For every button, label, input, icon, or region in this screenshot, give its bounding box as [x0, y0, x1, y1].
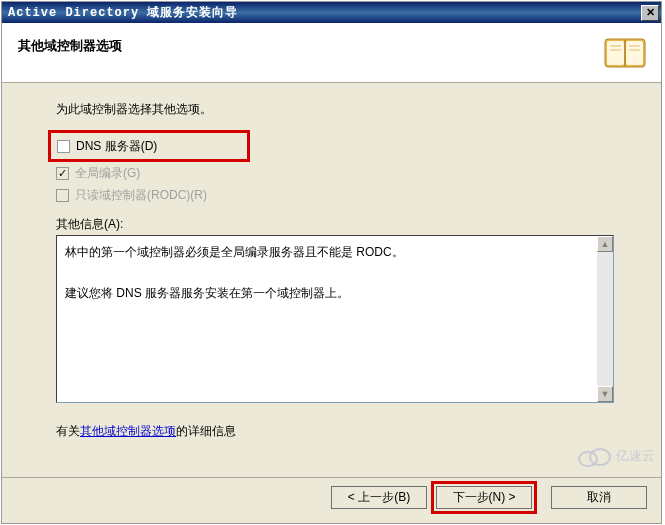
checkbox-rodc: 只读域控制器(RODC)(R) [56, 184, 627, 206]
svg-point-8 [579, 452, 597, 466]
checkbox-rodc-label: 只读域控制器(RODC)(R) [75, 187, 207, 204]
wizard-body: 为此域控制器选择其他选项。 DNS 服务器(D) ✓ 全局编录(G) 只读域控制… [2, 83, 661, 440]
svg-point-9 [590, 449, 610, 465]
options-group: DNS 服务器(D) ✓ 全局编录(G) 只读域控制器(RODC)(R) [56, 130, 627, 206]
footer-prefix: 有关 [56, 424, 80, 438]
cancel-button[interactable]: 取消 [551, 486, 647, 509]
scrollbar[interactable]: ▲ ▼ [597, 236, 613, 402]
next-button[interactable]: 下一步(N) > [436, 486, 532, 509]
dns-highlight: DNS 服务器(D) [48, 130, 250, 162]
checkbox-gc-label: 全局编录(G) [75, 165, 140, 182]
wizard-window: Active Directory 域服务安装向导 ✕ 其他域控制器选项 为此域控… [1, 1, 662, 524]
checkbox-dns-label: DNS 服务器(D) [76, 138, 157, 155]
next-highlight: 下一步(N) > [431, 481, 537, 514]
watermark: 亿速云 [576, 445, 655, 467]
svg-rect-1 [607, 41, 624, 65]
checkbox-box-icon[interactable] [57, 140, 70, 153]
book-icon [603, 31, 647, 75]
scroll-up-icon[interactable]: ▲ [597, 236, 613, 252]
checkbox-gc: ✓ 全局编录(G) [56, 162, 627, 184]
back-button[interactable]: < 上一步(B) [331, 486, 427, 509]
titlebar[interactable]: Active Directory 域服务安装向导 ✕ [2, 2, 661, 23]
info-line-1: 林中的第一个域控制器必须是全局编录服务器且不能是 RODC。 [65, 242, 589, 262]
footer-link[interactable]: 其他域控制器选项 [80, 424, 176, 438]
info-line-2: 建议您将 DNS 服务器服务安装在第一个域控制器上。 [65, 283, 589, 303]
window-title: Active Directory 域服务安装向导 [8, 4, 641, 21]
checkbox-box-icon [56, 189, 69, 202]
footer-suffix: 的详细信息 [176, 424, 236, 438]
page-title: 其他域控制器选项 [18, 37, 122, 55]
wizard-header: 其他域控制器选项 [2, 23, 661, 83]
watermark-text: 亿速云 [616, 447, 655, 465]
info-label: 其他信息(A): [56, 216, 627, 233]
cloud-icon [576, 445, 612, 467]
button-bar: < 上一步(B) 下一步(N) > 取消 [2, 477, 661, 517]
info-text-content: 林中的第一个域控制器必须是全局编录服务器且不能是 RODC。 建议您将 DNS … [57, 236, 597, 402]
intro-text: 为此域控制器选择其他选项。 [56, 101, 627, 118]
checkbox-dns[interactable]: DNS 服务器(D) [57, 135, 157, 157]
svg-rect-2 [626, 41, 643, 65]
footer-note: 有关其他域控制器选项的详细信息 [56, 423, 627, 440]
checkbox-box-icon: ✓ [56, 167, 69, 180]
close-icon[interactable]: ✕ [641, 5, 659, 21]
scroll-down-icon[interactable]: ▼ [597, 386, 613, 402]
info-textarea[interactable]: 林中的第一个域控制器必须是全局编录服务器且不能是 RODC。 建议您将 DNS … [56, 235, 614, 403]
